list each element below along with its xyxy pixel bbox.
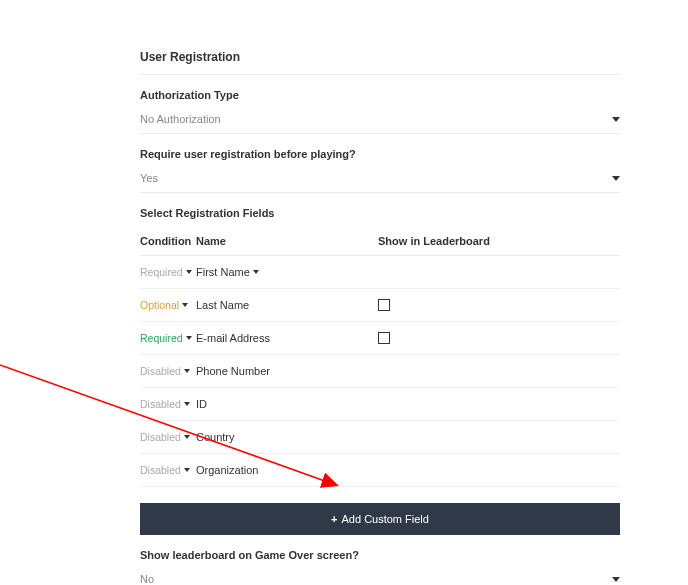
condition-select[interactable]: Required <box>140 266 196 278</box>
section-title: User Registration <box>140 50 620 75</box>
chevron-down-icon <box>184 468 190 472</box>
field-row: OptionalLast Name <box>140 289 620 322</box>
show-leaderboard-value: No <box>140 573 154 585</box>
show-leaderboard-group: Show leaderboard on Game Over screen? No <box>140 535 620 585</box>
chevron-down-icon <box>186 336 192 340</box>
add-custom-field-button[interactable]: + Add Custom Field <box>140 503 620 535</box>
show-leaderboard-select[interactable]: No <box>140 569 620 585</box>
require-registration-value: Yes <box>140 172 158 184</box>
fields-table-header: Condition Name Show in Leaderboard <box>140 227 620 256</box>
field-name-text: Phone Number <box>196 365 270 377</box>
add-custom-field-label: Add Custom Field <box>342 513 429 525</box>
chevron-down-icon <box>184 435 190 439</box>
auth-type-label: Authorization Type <box>140 89 620 101</box>
show-in-leaderboard-cell <box>378 332 620 344</box>
registration-fields-label: Select Registration Fields <box>140 207 620 219</box>
condition-value: Disabled <box>140 464 181 476</box>
field-name: E-mail Address <box>196 332 378 344</box>
field-name: First Name <box>196 266 378 278</box>
chevron-down-icon <box>612 176 620 181</box>
condition-select[interactable]: Disabled <box>140 365 196 377</box>
chevron-down-icon <box>186 270 192 274</box>
header-name: Name <box>196 235 378 247</box>
field-name: Phone Number <box>196 365 378 377</box>
field-name: Organization <box>196 464 378 476</box>
field-name-text: Country <box>196 431 235 443</box>
registration-fields-group: Select Registration Fields Condition Nam… <box>140 193 620 535</box>
auth-type-select[interactable]: No Authorization <box>140 109 620 134</box>
field-row: DisabledID <box>140 388 620 421</box>
condition-select[interactable]: Disabled <box>140 398 196 410</box>
condition-value: Disabled <box>140 365 181 377</box>
chevron-down-icon <box>612 577 620 582</box>
chevron-down-icon <box>612 117 620 122</box>
field-name: Country <box>196 431 378 443</box>
chevron-down-icon <box>253 270 259 274</box>
require-registration-label: Require user registration before playing… <box>140 148 620 160</box>
require-registration-group: Require user registration before playing… <box>140 134 620 193</box>
field-name-text: Last Name <box>196 299 249 311</box>
field-name-text: ID <box>196 398 207 410</box>
auth-type-group: Authorization Type No Authorization <box>140 75 620 134</box>
condition-select[interactable]: Disabled <box>140 431 196 443</box>
show-in-leaderboard-checkbox[interactable] <box>378 299 390 311</box>
field-row: DisabledCountry <box>140 421 620 454</box>
field-name: Last Name <box>196 299 378 311</box>
auth-type-value: No Authorization <box>140 113 221 125</box>
show-in-leaderboard-checkbox[interactable] <box>378 332 390 344</box>
condition-select[interactable]: Disabled <box>140 464 196 476</box>
field-name-text: E-mail Address <box>196 332 270 344</box>
condition-value: Disabled <box>140 398 181 410</box>
show-leaderboard-label: Show leaderboard on Game Over screen? <box>140 549 620 561</box>
condition-value: Disabled <box>140 431 181 443</box>
field-row: DisabledOrganization <box>140 454 620 487</box>
header-show: Show in Leaderboard <box>378 235 620 247</box>
chevron-down-icon <box>184 369 190 373</box>
field-row: RequiredFirst Name <box>140 256 620 289</box>
header-condition: Condition <box>140 235 196 247</box>
chevron-down-icon <box>184 402 190 406</box>
show-in-leaderboard-cell <box>378 299 620 311</box>
field-name-text: First Name <box>196 266 250 278</box>
condition-value: Optional <box>140 299 179 311</box>
condition-select[interactable]: Optional <box>140 299 196 311</box>
field-name-text: Organization <box>196 464 258 476</box>
fields-table-body: RequiredFirst NameOptionalLast NameRequi… <box>140 256 620 487</box>
field-name: ID <box>196 398 378 410</box>
condition-value: Required <box>140 332 183 344</box>
condition-select[interactable]: Required <box>140 332 196 344</box>
plus-icon: + <box>331 513 337 525</box>
user-registration-panel: User Registration Authorization Type No … <box>0 0 688 585</box>
require-registration-select[interactable]: Yes <box>140 168 620 193</box>
field-row: DisabledPhone Number <box>140 355 620 388</box>
chevron-down-icon <box>182 303 188 307</box>
field-row: RequiredE-mail Address <box>140 322 620 355</box>
condition-value: Required <box>140 266 183 278</box>
